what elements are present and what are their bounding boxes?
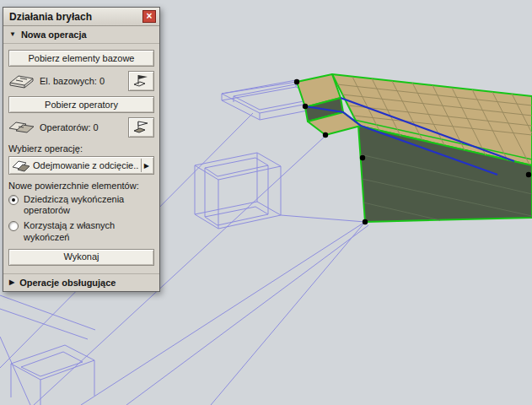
get-operators-button[interactable]: Pobierz operatory [8, 96, 154, 113]
operators-count: 0 [94, 122, 99, 132]
base-elements-count: 0 [99, 76, 105, 86]
section-new-operation[interactable]: ▼ Nowa operacja [3, 26, 159, 44]
dialog-body: Pobierz elementy bazowe [3, 44, 159, 273]
operators-label: Operatorów: [40, 122, 91, 132]
section-new-operation-label: Nowa operacja [21, 30, 87, 40]
dropdown-arrow-icon: ▶ [144, 162, 153, 170]
show-base-elements-button[interactable] [128, 71, 154, 91]
close-button[interactable]: × [142, 10, 156, 23]
close-icon: × [146, 11, 152, 21]
base-elements-label: El. bazowych: [40, 76, 97, 86]
subtract-operation-icon [12, 159, 30, 172]
radio-inherit-finishes[interactable]: Dziedziczą wykończenia operatorów [8, 194, 154, 216]
flag-slab-icon [133, 119, 150, 136]
radio-own-label: Korzystają z własnych wykończeń [24, 220, 154, 242]
section-supporting-operations-label: Operacje obsługujące [19, 278, 116, 288]
flag-icon [133, 73, 150, 89]
operators-icon [8, 119, 40, 136]
dropdown-separator [141, 159, 142, 172]
dialog-title: Działania bryłach [9, 11, 142, 23]
base-elements-row: El. bazowych:0 [8, 71, 154, 91]
execute-button[interactable]: Wykonaj [8, 249, 154, 266]
solid-operations-dialog: Działania bryłach × ▼ Nowa operacja Pobi… [3, 7, 160, 292]
show-operators-button[interactable] [128, 117, 154, 138]
base-elements-icon [8, 73, 40, 89]
get-base-elements-button[interactable]: Pobierz elementy bazowe [8, 50, 154, 67]
radio-selected-icon[interactable] [8, 195, 19, 205]
dialog-titlebar[interactable]: Działania bryłach × [3, 8, 159, 26]
expand-triangle-icon: ▶ [9, 279, 14, 286]
collapse-triangle-icon: ▼ [9, 31, 16, 38]
new-surfaces-label: Nowe powierzchnie elementów: [8, 181, 154, 191]
radio-unselected-icon[interactable] [8, 221, 19, 231]
operation-dropdown-value: Odejmowanie z odcięcie... [33, 160, 139, 170]
radio-inherit-label: Dziedziczą wykończenia operatorów [24, 194, 154, 216]
app-window: Działania bryłach × ▼ Nowa operacja Pobi… [0, 0, 532, 405]
operators-row: Operatorów:0 [8, 117, 154, 138]
operation-dropdown[interactable]: Odejmowanie z odcięcie... ▶ [8, 156, 154, 175]
choose-operation-label: Wybierz operację: [8, 143, 154, 154]
section-supporting-operations[interactable]: ▶ Operacje obsługujące [3, 273, 159, 291]
radio-own-finishes[interactable]: Korzystają z własnych wykończeń [8, 220, 154, 242]
